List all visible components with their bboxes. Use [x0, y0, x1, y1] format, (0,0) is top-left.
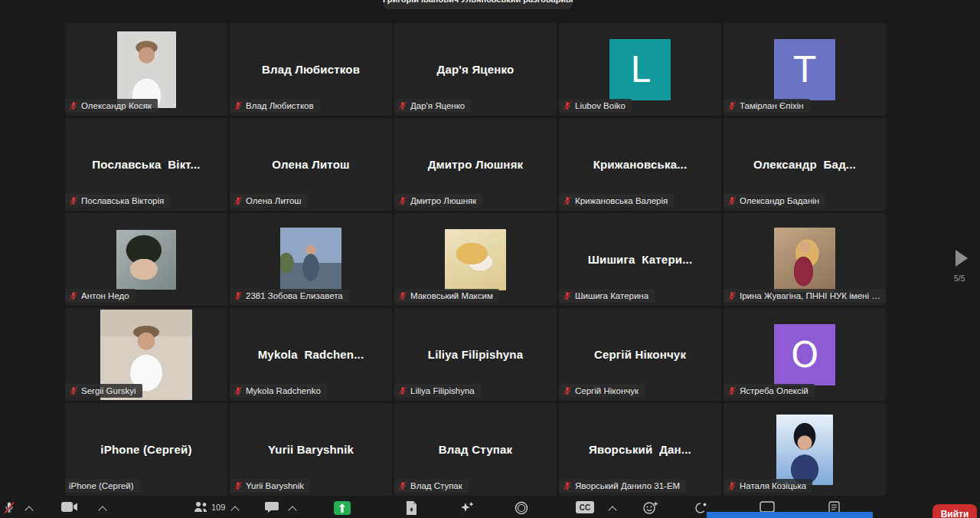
participant-grid: Олександр Косяк Влад Любистков Влад Люби…	[65, 23, 886, 496]
muted-mic-icon	[234, 291, 243, 300]
participant-tile[interactable]: Liliya Filipishyna Liliya Filipishyna	[394, 308, 557, 401]
participant-tile[interactable]: Пославська Вікт... Пославська Вікторія	[65, 118, 227, 211]
reactions-button[interactable]	[643, 501, 658, 514]
participant-tile[interactable]: Mykola Radchen... Mykola Radchenko	[230, 308, 392, 401]
participants-button[interactable]: 109	[194, 501, 225, 513]
muted-mic-icon	[69, 196, 78, 205]
participant-tile[interactable]: Влад Любистков Влад Любистков	[230, 23, 392, 116]
captions-button[interactable]: CC	[576, 501, 594, 513]
participant-name-label: Тамірлан Єпіхін	[724, 99, 810, 113]
participant-name-label: Дар'я Яценко	[394, 99, 471, 113]
muted-mic-icon	[69, 386, 78, 395]
participant-name-label: Liliya Filipishyna	[394, 384, 481, 398]
participant-name-label: Маковський Максим	[394, 289, 499, 303]
participant-display-name: Влад Любистков	[262, 63, 360, 76]
chat-button[interactable]	[265, 501, 279, 513]
participant-tile[interactable]: Яворський Дан... Яворський Данило 31-ЕМ	[559, 403, 721, 496]
participant-name-text: Ястреба Олексій	[740, 386, 808, 395]
participant-initial: L	[630, 49, 650, 90]
participant-tile[interactable]: Sergii Gurskyi	[65, 308, 227, 401]
participant-tile[interactable]: iPhone (Сергей) iPhone (Сергей)	[65, 403, 227, 496]
video-camera-icon	[61, 501, 78, 513]
participant-tile[interactable]: Маковський Максим	[394, 213, 557, 306]
participants-options-chevron[interactable]	[230, 506, 239, 514]
participant-name-label: Наталя Козіцька	[724, 479, 812, 493]
participant-tile[interactable]: Влад Ступак Влад Ступак	[394, 403, 557, 496]
participant-name-text: Крижановська Валерія	[575, 196, 668, 205]
muted-mic-icon	[563, 386, 572, 395]
participant-tile[interactable]: Олександр Косяк	[65, 23, 227, 116]
participant-tile[interactable]: Олександр Бад... Олександр Баданін	[724, 118, 886, 211]
participant-display-name: Дар'я Яценко	[437, 63, 514, 76]
participant-tile[interactable]: 2381 Зобова Елизавета	[230, 213, 392, 306]
participant-tile[interactable]: O Ястреба Олексій	[724, 308, 886, 401]
participant-name-label: iPhone (Сергей)	[65, 479, 140, 493]
zoom-meeting-window: { "meeting": { "speaking_banner": "Григо…	[0, 0, 980, 518]
muted-mic-icon	[563, 196, 572, 205]
participant-display-name: Yurii Baryshnik	[268, 443, 354, 456]
participant-tile[interactable]: T Тамірлан Єпіхін	[724, 23, 886, 116]
participant-tile[interactable]: Yurii Baryshnik Yurii Baryshnik	[230, 403, 392, 496]
closed-captions-icon: CC	[576, 501, 594, 513]
participant-display-name: Сергій Нікончук	[594, 348, 686, 361]
participant-photo	[117, 31, 176, 108]
record-button[interactable]	[514, 501, 528, 515]
leave-meeting-button[interactable]: Вийти	[933, 504, 977, 518]
participants-count: 109	[211, 503, 225, 512]
whiteboard-button[interactable]	[760, 501, 775, 513]
record-icon	[514, 501, 528, 515]
ai-companion-button[interactable]	[459, 501, 475, 515]
participant-name-text: Пославська Вікторія	[81, 196, 164, 205]
muted-mic-icon	[727, 481, 737, 490]
muted-mic-icon	[727, 101, 737, 110]
participant-tile[interactable]: Ірина Жувагіна, ПННІ НУК імені адмі...	[724, 213, 886, 306]
participant-name-text: Mykola Radchenko	[246, 386, 321, 395]
participant-name-label: Яворський Данило 31-ЕМ	[559, 479, 686, 493]
participant-name-label: Олександр Косяк	[65, 99, 158, 113]
participant-photo	[774, 228, 835, 292]
participant-name-text: Сергій Нікончук	[575, 386, 639, 395]
captions-options-chevron[interactable]	[608, 506, 616, 514]
participant-photo	[116, 230, 176, 290]
muted-mic-icon	[563, 291, 572, 300]
participant-tile[interactable]: Сергій Нікончук Сергій Нікончук	[559, 308, 721, 401]
participant-name-text: iPhone (Сергей)	[69, 481, 134, 490]
participant-name-label: Пославська Вікторія	[65, 194, 170, 208]
participant-name-text: Yurii Baryshnik	[246, 481, 304, 490]
participant-tile[interactable]: Крижановська... Крижановська Валерія	[559, 118, 721, 211]
participant-tile[interactable]: Антон Недо	[65, 213, 227, 306]
participant-name-text: Liubov Boiko	[575, 101, 626, 110]
participant-name-label: Ястреба Олексій	[724, 384, 815, 398]
participant-name-label: Сергій Нікончук	[559, 384, 645, 398]
participant-name-label: Дмитро Люшняк	[394, 194, 482, 208]
participant-display-name: Олександр Бад...	[753, 158, 856, 171]
taskbar-item-highlight[interactable]	[707, 512, 873, 518]
muted-mic-icon	[398, 196, 407, 205]
participant-name-text: Дмитро Люшняк	[410, 196, 476, 205]
video-options-chevron[interactable]	[98, 506, 106, 514]
active-speaker-banner: Григорій Іванович Ульяновський разговари…	[383, 0, 573, 9]
participant-display-name: Mykola Radchen...	[258, 348, 364, 361]
mute-button[interactable]	[3, 501, 15, 514]
participant-name-label: Олена Литош	[230, 194, 308, 208]
muted-mic-icon	[398, 481, 407, 490]
participant-name-label: Антон Недо	[65, 289, 136, 303]
mic-options-chevron[interactable]	[24, 506, 33, 514]
participant-initial-avatar: T	[774, 39, 835, 100]
next-page-arrow[interactable]	[956, 250, 968, 267]
share-screen-button[interactable]	[334, 501, 351, 515]
video-button[interactable]	[61, 501, 78, 513]
muted-mic-icon	[727, 291, 737, 300]
participant-name-text: Дар'я Яценко	[410, 101, 465, 110]
muted-mic-icon	[563, 101, 572, 110]
chat-options-chevron[interactable]	[288, 506, 296, 514]
participant-tile[interactable]: Дмитро Люшняк Дмитро Люшняк	[394, 118, 557, 211]
documents-button[interactable]	[406, 501, 417, 515]
participant-tile[interactable]: Шишига Катери... Шишига Катерина	[559, 213, 721, 306]
participant-tile[interactable]: Олена Литош Олена Литош	[230, 118, 392, 211]
participant-display-name: Шишига Катери...	[588, 253, 693, 266]
participant-tile[interactable]: Дар'я Яценко Дар'я Яценко	[394, 23, 557, 116]
participant-tile[interactable]: Наталя Козіцька	[724, 403, 886, 496]
participant-display-name: iPhone (Сергей)	[100, 443, 191, 456]
participant-tile[interactable]: L Liubov Boiko	[559, 23, 721, 116]
